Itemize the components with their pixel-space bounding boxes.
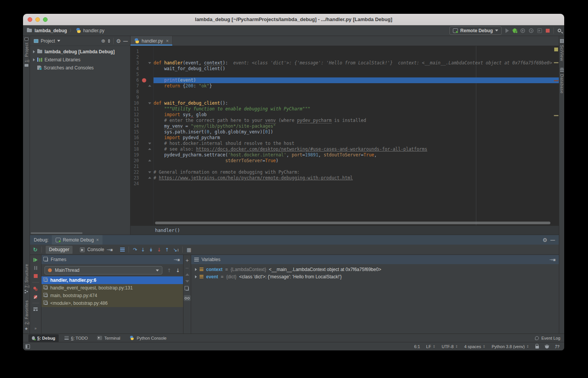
code-line-1[interactable] [154, 49, 559, 54]
interpreter-select[interactable]: Python 3.8 (venv)↕ [492, 344, 529, 349]
search-icon[interactable] [558, 29, 561, 32]
gear-icon[interactable]: ⚙ [116, 38, 121, 44]
code-line-20[interactable]: stderrToServer=True) [154, 158, 559, 164]
gutter-line-7[interactable]: 7 [130, 83, 153, 89]
tool-button-favorites[interactable]: 2: Favorites ★ [24, 300, 29, 331]
encoding-select[interactable]: UTF-8↕ [442, 344, 458, 349]
fold-marker-icon[interactable] [148, 102, 151, 104]
gutter-line-4[interactable]: 4 [130, 66, 153, 72]
resume-program-icon[interactable] [35, 258, 38, 262]
next-frame-icon[interactable]: ↓ [176, 268, 180, 273]
run-button[interactable] [505, 28, 509, 33]
expand-arrow-icon[interactable] [195, 275, 197, 278]
code-line-17[interactable]: # host.docker.internal should resolve to… [154, 141, 559, 146]
restore-layout-icon[interactable] [33, 307, 38, 311]
code-line-10[interactable]: def wait_for_debug_client(): [154, 100, 559, 106]
stop-icon[interactable] [34, 274, 38, 278]
inspection-status-icon[interactable] [554, 48, 558, 51]
code-line-8[interactable] [154, 89, 559, 95]
caret-position[interactable]: 6:1 [414, 344, 420, 349]
frame-item[interactable]: <module>, bootstrap.py:486 [41, 299, 183, 307]
gutter-line-14[interactable]: 14 [130, 123, 153, 129]
tab-console[interactable]: Console →▪ [76, 246, 116, 254]
tool-button-database[interactable]: Database [560, 68, 564, 94]
expand-arrow-icon[interactable] [33, 58, 35, 61]
run-configuration-select[interactable]: Remote Debug [449, 26, 502, 35]
locate-file-icon[interactable]: ⊕ [101, 38, 106, 44]
collapse-all-icon[interactable] [107, 39, 111, 43]
frame-item[interactable]: handle_event_request, bootstrap.py:131 [41, 284, 183, 292]
pin-tab-icon[interactable]: →▪ [173, 257, 180, 262]
line-separator-select[interactable]: LF↕ [426, 344, 435, 349]
gutter-line-23[interactable]: 23 [130, 175, 153, 181]
hamburger-icon[interactable] [194, 258, 199, 261]
editor-breadcrumb-bar[interactable]: handler() [130, 225, 559, 235]
debug-session-tab[interactable]: Remote Debug × [52, 235, 103, 245]
show-watches-icon[interactable] [184, 295, 191, 301]
code-line-5[interactable] [154, 72, 559, 77]
mute-breakpoints-icon[interactable] [34, 295, 37, 299]
hide-panel-icon[interactable]: — [550, 237, 555, 243]
thread-selector[interactable]: MainThread [45, 266, 162, 274]
fold-marker-icon[interactable] [148, 148, 151, 150]
fold-marker-icon[interactable] [148, 171, 151, 173]
lock-icon[interactable] [535, 346, 539, 348]
gutter-line-15[interactable]: 15 [130, 129, 153, 135]
pin-tab-icon[interactable]: →▪ [106, 247, 113, 252]
frame-item[interactable]: handler, handler.py:6 [41, 276, 183, 284]
tab-debugger[interactable]: Debugger [46, 246, 73, 254]
inspections-profile-icon[interactable] [545, 345, 549, 348]
code-line-4[interactable]: wait_for_debug_client() [154, 66, 559, 72]
tool-button-project[interactable]: 1: Project [24, 38, 29, 67]
layout-settings-icon[interactable] [120, 248, 125, 251]
code-line-21[interactable] [154, 164, 559, 169]
gear-icon[interactable]: ⚙ [542, 237, 547, 243]
gutter-line-10[interactable]: 10 [130, 100, 153, 106]
gutter-line-21[interactable]: 21 [130, 164, 153, 169]
variable-row[interactable]: event={dict}<class 'dict'>: {'message': … [191, 273, 559, 280]
help-icon[interactable]: ⤴? [555, 344, 560, 349]
code-line-6[interactable]: print(event) [154, 77, 559, 83]
fold-marker-icon[interactable] [148, 177, 151, 179]
gutter-line-9[interactable]: 9 [130, 95, 153, 100]
tree-item[interactable]: lambda_debug [Lambda Debug] [30, 48, 130, 56]
run-with-coverage-button[interactable] [520, 28, 525, 33]
step-over-icon[interactable]: ↷ [133, 247, 137, 252]
indent-select[interactable]: 4 spaces↕ [464, 344, 486, 349]
gutter-line-6[interactable]: 6 [130, 77, 153, 83]
project-panel-title[interactable]: Project [41, 38, 55, 44]
run-to-cursor-icon[interactable]: ↘ [173, 247, 179, 252]
evaluate-expression-icon[interactable]: ▦ [187, 247, 191, 253]
variable-row[interactable]: context={LambdaContext}<__main__.LambdaC… [191, 266, 559, 273]
code-line-3[interactable]: def handler(event, context): event: <cla… [154, 60, 559, 66]
event-log-button[interactable]: Event Log [535, 336, 560, 340]
gutter-line-24[interactable]: 24 [130, 181, 153, 187]
fold-marker-icon[interactable] [148, 143, 151, 145]
step-out-icon[interactable]: ↑ [165, 247, 169, 252]
editor-horizontal-scrollbar[interactable] [155, 222, 550, 224]
previous-frame-icon[interactable]: ↑ [167, 268, 171, 273]
code-line-12[interactable]: import sys, glob [154, 112, 559, 118]
code-area[interactable]: def handler(event, context): event: <cla… [154, 46, 559, 225]
code-line-16[interactable]: import pydevd_pycharm [154, 135, 559, 141]
gutter-line-8[interactable]: 8 [130, 89, 153, 95]
hide-panel-icon[interactable]: — [123, 38, 128, 44]
tool-button-sciview[interactable]: SciView [560, 39, 564, 61]
gutter-line-16[interactable]: 16 [130, 135, 153, 141]
tool-window-button-todo[interactable]: 6: TODO [61, 334, 91, 342]
gutter-line-5[interactable]: 5 [130, 72, 153, 77]
code-line-23[interactable]: # https://www.jetbrains.com/help/pycharm… [154, 175, 559, 181]
code-line-19[interactable]: pydevd_pycharm.settrace('host.docker.int… [154, 152, 559, 158]
tool-window-toggle-icon[interactable] [25, 344, 30, 349]
debug-button[interactable] [513, 28, 517, 33]
fold-marker-icon[interactable] [148, 85, 151, 87]
force-step-into-icon[interactable]: ↓ [157, 247, 161, 252]
breadcrumb-project[interactable]: lambda_debug [35, 28, 67, 33]
duplicate-watch-icon[interactable] [186, 287, 189, 291]
editor-annotation-stripe[interactable] [553, 46, 559, 225]
move-watch-up-icon[interactable] [185, 273, 189, 276]
annotation-mark[interactable] [554, 62, 558, 63]
tool-window-button-debug[interactable]: 5: Debug [28, 334, 59, 342]
code-line-22[interactable]: # General information on remote debuggin… [154, 169, 559, 175]
code-line-24[interactable] [154, 181, 559, 187]
